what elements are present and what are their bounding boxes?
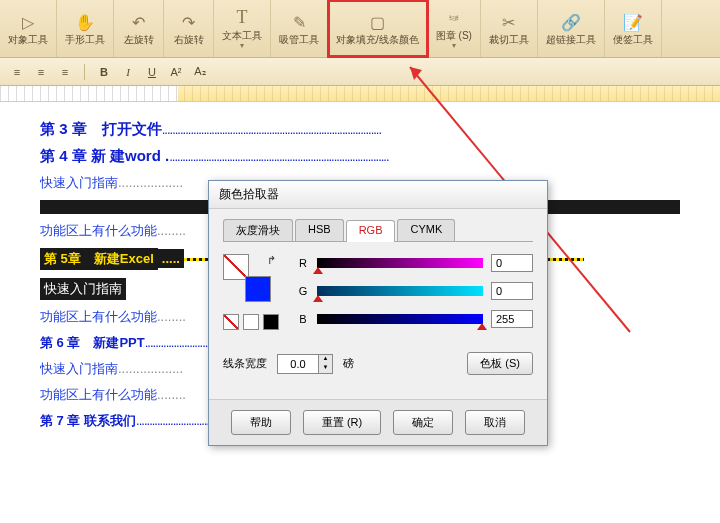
func-link-3[interactable]: 功能区上有什么功能 (40, 387, 157, 402)
align-center-icon[interactable]: ≡ (32, 63, 50, 81)
main-toolbar: ▷对象工具 ✋手形工具 ↶左旋转 ↷右旋转 T文本工具▾ ✎吸管工具 ▢对象填充… (0, 0, 720, 58)
b-value[interactable] (491, 310, 533, 328)
fill-icon: ▢ (367, 12, 387, 32)
hyperlink-tool[interactable]: 🔗超链接工具 (538, 0, 605, 57)
dropdown-icon: ▾ (452, 41, 456, 50)
swap-colors-icon[interactable]: ↱ (267, 254, 281, 268)
line-width-label: 线条宽度 (223, 356, 267, 371)
g-value[interactable] (491, 282, 533, 300)
ruler (0, 86, 720, 102)
b-label: B (297, 313, 309, 325)
tab-cymk[interactable]: CYMK (397, 219, 455, 241)
help-button[interactable]: 帮助 (231, 410, 291, 435)
width-input[interactable] (278, 356, 318, 372)
white-swatch[interactable] (243, 314, 259, 330)
fill-color-tool[interactable]: ▢对象填充/线条颜色 (328, 0, 428, 57)
rgb-sliders: R G B (297, 254, 533, 338)
r-label: R (297, 257, 309, 269)
hand-icon: ✋ (75, 12, 95, 32)
rotate-left-icon: ↶ (129, 12, 149, 32)
stamp-icon: ⎃ (444, 8, 464, 28)
rotate-right-icon: ↷ (179, 12, 199, 32)
hand-tool[interactable]: ✋手形工具 (57, 0, 114, 57)
color-tabs: 灰度滑块 HSB RGB CYMK (223, 219, 533, 242)
black-swatch[interactable] (263, 314, 279, 330)
tab-hsb[interactable]: HSB (295, 219, 344, 241)
func-link[interactable]: 功能区上有什么功能 (40, 223, 157, 238)
tab-rgb[interactable]: RGB (346, 220, 396, 242)
ok-button[interactable]: 确定 (393, 410, 453, 435)
separator (84, 64, 85, 80)
width-unit: 磅 (343, 356, 354, 371)
reset-button[interactable]: 重置 (R) (303, 410, 381, 435)
chapter-7: 第 7 章 联系我们 (40, 413, 136, 428)
g-label: G (297, 285, 309, 297)
none-swatch[interactable] (223, 314, 239, 330)
chapter-6: 第 6 章 新建PPT (40, 335, 145, 350)
width-spinner[interactable]: ▲▼ (277, 354, 333, 374)
bold-button[interactable]: B (95, 63, 113, 81)
rotate-left-tool[interactable]: ↶左旋转 (114, 0, 164, 57)
align-right-icon[interactable]: ≡ (56, 63, 74, 81)
palette-button[interactable]: 色板 (S) (467, 352, 533, 375)
tab-grayscale[interactable]: 灰度滑块 (223, 219, 293, 241)
quick-guide-3[interactable]: 快速入门指南 (40, 361, 118, 376)
align-left-icon[interactable]: ≡ (8, 63, 26, 81)
crop-icon: ✂ (499, 12, 519, 32)
cursor-icon: ▷ (18, 12, 38, 32)
rotate-right-tool[interactable]: ↷右旋转 (164, 0, 214, 57)
note-icon: 📝 (623, 12, 643, 32)
b-slider[interactable] (317, 314, 483, 324)
spin-up-icon[interactable]: ▲ (318, 355, 332, 364)
quick-guide-link[interactable]: 快速入门指南 (40, 175, 118, 190)
chapter-4: 第 4 章 新 建word . (40, 147, 169, 164)
italic-button[interactable]: I (119, 63, 137, 81)
link-icon: 🔗 (561, 12, 581, 32)
object-tool[interactable]: ▷对象工具 (0, 0, 57, 57)
superscript-button[interactable]: A² (167, 63, 185, 81)
crop-tool[interactable]: ✂裁切工具 (481, 0, 538, 57)
eyedropper-tool[interactable]: ✎吸管工具 (271, 0, 328, 57)
note-tool[interactable]: 📝便签工具 (605, 0, 662, 57)
cancel-button[interactable]: 取消 (465, 410, 525, 435)
color-picker-dialog: 颜色拾取器 灰度滑块 HSB RGB CYMK ↱ (208, 180, 548, 446)
underline-button[interactable]: U (143, 63, 161, 81)
text-tool[interactable]: T文本工具▾ (214, 0, 271, 57)
format-bar: ≡ ≡ ≡ B I U A² A₂ (0, 58, 720, 86)
r-value[interactable] (491, 254, 533, 272)
text-icon: T (232, 8, 252, 28)
dropdown-icon: ▾ (240, 41, 244, 50)
chapter-3: 第 3 章 打开文件 (40, 120, 162, 137)
chapter-5: 第 5章 新建Excel (40, 248, 158, 270)
eyedropper-icon: ✎ (289, 12, 309, 32)
spin-down-icon[interactable]: ▼ (318, 364, 332, 373)
fill-swatch[interactable] (245, 276, 271, 302)
quick-guide-2: 快速入门指南 (40, 278, 126, 300)
r-slider[interactable] (317, 258, 483, 268)
swatch-area: ↱ (223, 254, 281, 338)
g-slider[interactable] (317, 286, 483, 296)
stamp-tool[interactable]: ⎃图章 (S)▾ (428, 0, 481, 57)
func-link-2[interactable]: 功能区上有什么功能 (40, 309, 157, 324)
subscript-button[interactable]: A₂ (191, 63, 209, 81)
dialog-title[interactable]: 颜色拾取器 (209, 181, 547, 209)
